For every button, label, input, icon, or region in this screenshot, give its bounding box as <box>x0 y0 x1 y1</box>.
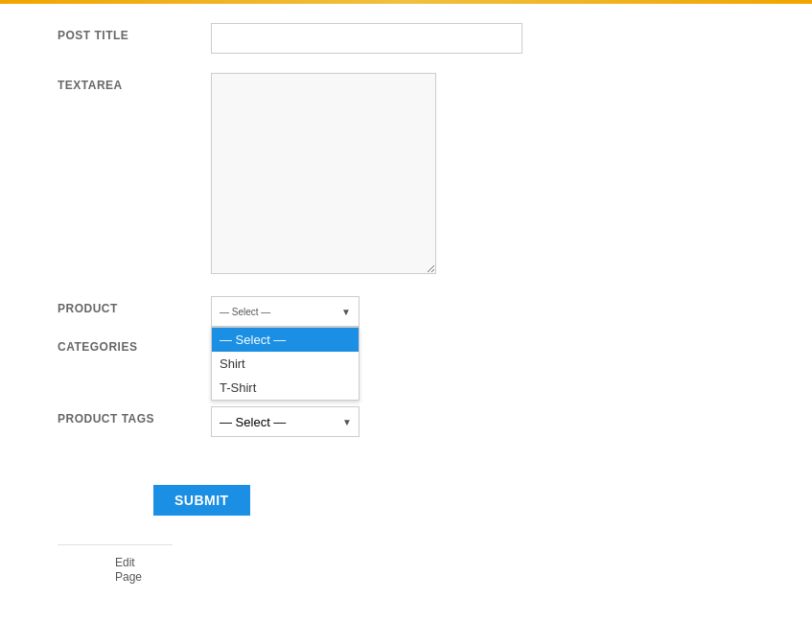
categories-option-select[interactable]: — Select — <box>212 328 359 352</box>
product-label: PRODUCT <box>58 302 211 315</box>
categories-option-tshirt[interactable]: T-Shirt <box>212 376 359 400</box>
submit-row: SUBMIT <box>0 475 812 516</box>
textarea-field <box>211 73 754 277</box>
product-tags-label: PRODUCT TAGS <box>58 406 211 426</box>
product-categories-field: — Select — ▼ — Select — Shirt T-Shirt <box>211 296 754 327</box>
categories-selected-text: — Select — <box>220 307 270 317</box>
edit-page-section: Edit Page <box>58 544 173 593</box>
post-title-input[interactable] <box>211 23 522 54</box>
categories-dropdown-arrow: ▼ <box>341 307 351 317</box>
categories-dropdown-wrapper: — Select — ▼ — Select — Shirt T-Shirt <box>211 296 360 327</box>
page-container: POST TITLE TEXTAREA PRODUCT CATEGORIES <box>0 0 812 644</box>
categories-dropdown-list: — Select — Shirt T-Shirt <box>211 327 360 401</box>
product-tags-field: — Select — ▼ <box>211 406 754 437</box>
categories-option-shirt[interactable]: Shirt <box>212 352 359 376</box>
edit-page-link[interactable]: Edit Page <box>115 556 142 584</box>
textarea-input[interactable] <box>211 73 436 274</box>
post-title-label: POST TITLE <box>58 23 211 42</box>
submit-button[interactable]: SUBMIT <box>153 485 250 516</box>
textarea-label: TEXTAREA <box>58 73 211 92</box>
product-tags-select-wrapper: — Select — ▼ <box>211 406 360 437</box>
categories-label: CATEGORIES <box>58 340 211 354</box>
categories-dropdown-trigger[interactable]: — Select — ▼ <box>211 296 360 327</box>
product-categories-row: PRODUCT CATEGORIES — Select — ▼ — Select… <box>58 296 754 354</box>
post-title-row: POST TITLE <box>58 23 754 54</box>
textarea-row: TEXTAREA <box>58 73 754 277</box>
form-area: POST TITLE TEXTAREA PRODUCT CATEGORIES <box>0 4 812 475</box>
product-label-container: PRODUCT CATEGORIES <box>58 296 211 354</box>
post-title-field <box>211 23 754 54</box>
product-tags-select[interactable]: — Select — <box>211 406 360 437</box>
product-tags-row: PRODUCT TAGS — Select — ▼ <box>58 406 754 437</box>
